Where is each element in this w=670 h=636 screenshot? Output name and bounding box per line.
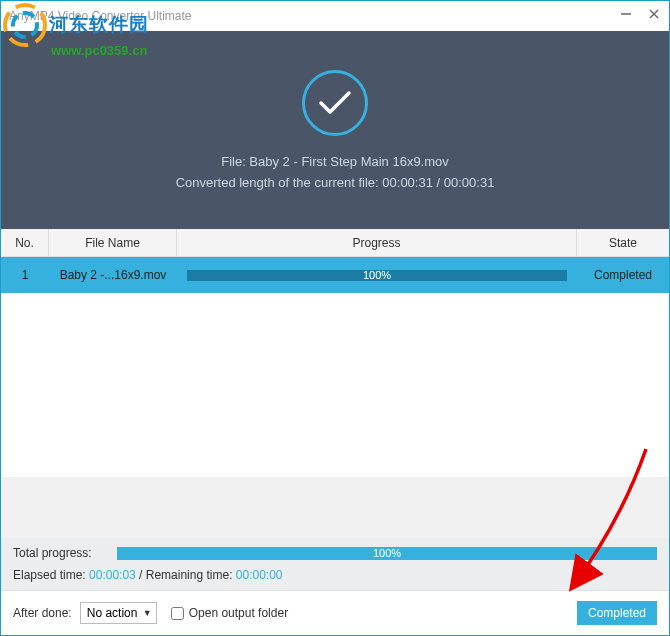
open-folder-checkbox[interactable] [171, 607, 184, 620]
table-header: No. File Name Progress State [1, 229, 669, 257]
elapsed-label: Elapsed time: [13, 568, 89, 582]
table-row[interactable]: 1 Baby 2 -...16x9.mov 100% Completed [1, 257, 669, 293]
current-file-label: File: Baby 2 - First Step Main 16x9.mov [221, 154, 449, 169]
cell-state: Completed [577, 268, 669, 282]
success-check-icon [302, 70, 368, 136]
footer: Total progress: 100% Elapsed time: 00:00… [1, 538, 669, 635]
col-name-header: File Name [49, 229, 177, 256]
row-progress-bar: 100% [187, 270, 567, 281]
converted-length-label: Converted length of the current file: 00… [176, 175, 495, 190]
cell-progress: 100% [177, 270, 577, 281]
action-row: After done: No action ▼ Open output fold… [1, 590, 669, 635]
col-no-header: No. [1, 229, 49, 256]
elapsed-value: 00:00:03 [89, 568, 136, 582]
window-controls [619, 7, 661, 21]
open-folder-label: Open output folder [189, 606, 288, 620]
after-done-label: After done: [13, 606, 72, 620]
completed-button[interactable]: Completed [577, 601, 657, 625]
cell-no: 1 [1, 268, 49, 282]
cell-filename: Baby 2 -...16x9.mov [49, 268, 177, 282]
window-title: AnyMP4 Video Converter Ultimate [5, 9, 192, 23]
total-progress-pct: 100% [373, 547, 401, 559]
titlebar: AnyMP4 Video Converter Ultimate [1, 1, 669, 31]
row-progress-pct: 100% [363, 269, 391, 281]
remaining-value: 00:00:00 [236, 568, 283, 582]
close-button[interactable] [647, 7, 661, 21]
col-progress-header: Progress [177, 229, 577, 256]
status-panel: File: Baby 2 - First Step Main 16x9.mov … [1, 31, 669, 229]
total-section: Total progress: 100% Elapsed time: 00:00… [1, 538, 669, 590]
col-state-header: State [577, 229, 669, 256]
time-separator: / Remaining time: [136, 568, 236, 582]
minimize-button[interactable] [619, 7, 633, 21]
after-done-select[interactable]: No action [80, 602, 157, 624]
table-body: 1 Baby 2 -...16x9.mov 100% Completed [1, 257, 669, 477]
total-progress-label: Total progress: [13, 546, 117, 560]
time-row: Elapsed time: 00:00:03 / Remaining time:… [13, 568, 657, 582]
total-progress-bar: 100% [117, 547, 657, 560]
